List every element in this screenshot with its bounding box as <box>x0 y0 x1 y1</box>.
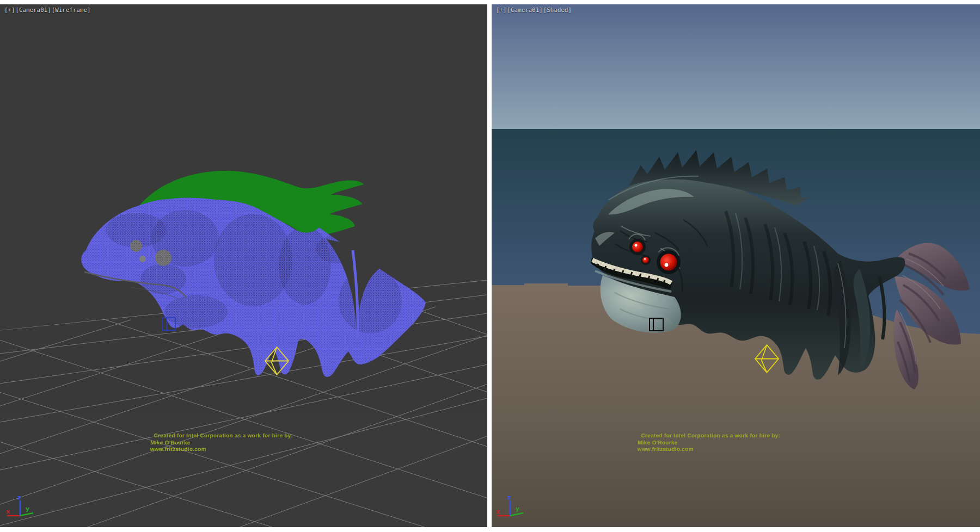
viewport-menu-expand[interactable]: [+] <box>496 7 507 13</box>
viewport-label-right: [+][Camera01][Shaded] <box>496 7 572 13</box>
viewport-menu-expand[interactable]: [+] <box>4 7 15 13</box>
screenshot-root: { "left_viewport": { "label": { "expand"… <box>0 0 980 532</box>
viewport-menu-shading[interactable]: [Shaded] <box>543 7 572 13</box>
viewport-shaded[interactable]: x z y [+][Camera01][Shaded] Created for … <box>492 4 980 527</box>
viewport-wireframe[interactable]: x z y [+][Camera01][Wireframe] Created f… <box>0 4 487 527</box>
credit-line: Created for Intel Corporation as a work … <box>638 432 780 440</box>
viewport-menu-camera[interactable]: [Camera01] <box>507 7 543 13</box>
axis-z-label: z <box>507 494 511 501</box>
viewport-menu-camera[interactable]: [Camera01] <box>16 7 51 13</box>
axis-z-label: z <box>17 494 21 501</box>
eye-middle <box>642 257 649 263</box>
credit-line: Mike O'Rourke <box>150 440 293 447</box>
axis-y-label: y <box>516 505 519 512</box>
axis-x-label: x <box>6 508 10 515</box>
credit-text-left: Created for Intel Corporation as a work … <box>150 432 293 453</box>
eye-right <box>660 254 677 271</box>
viewport-label-left: [+][Camera01][Wireframe] <box>4 7 91 13</box>
eye-left <box>632 242 643 252</box>
credit-text-right: Created for Intel Corporation as a work … <box>637 432 780 453</box>
credit-line: www.fritzstudio.com <box>637 446 780 453</box>
axis-x-label: x <box>496 508 500 515</box>
credit-line: Mike O'Rourke <box>638 440 780 447</box>
credit-line: Created for Intel Corporation as a work … <box>150 432 293 440</box>
sky <box>492 4 980 129</box>
axis-y-label: y <box>26 505 29 512</box>
viewport-menu-shading[interactable]: [Wireframe] <box>52 7 91 13</box>
credit-line: www.fritzstudio.com <box>150 446 292 453</box>
